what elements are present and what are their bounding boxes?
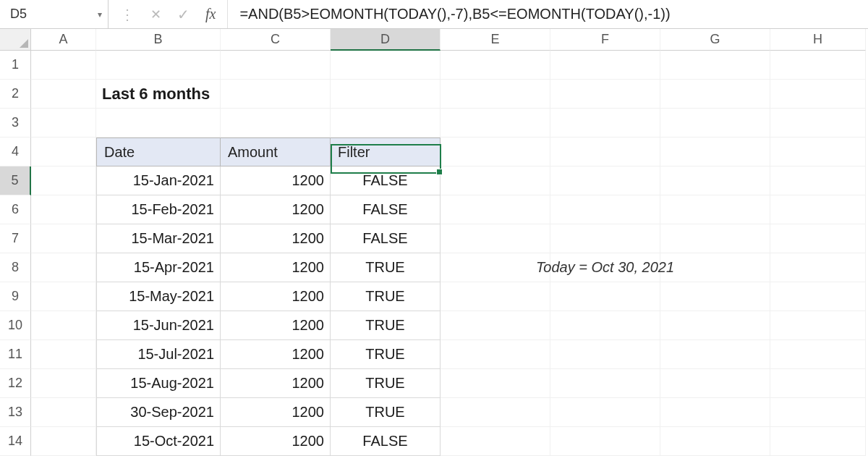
col-header-D[interactable]: D (331, 29, 441, 51)
cell-E4[interactable] (441, 138, 550, 166)
cell-H4[interactable] (770, 138, 866, 166)
cell-H11[interactable] (770, 340, 866, 369)
cell-C9[interactable]: 1200 (221, 282, 331, 311)
row-header-9[interactable]: 9 (0, 282, 31, 311)
cell-G14[interactable] (660, 427, 770, 456)
cell-A3[interactable] (31, 109, 96, 138)
cell-E3[interactable] (441, 109, 550, 138)
name-box[interactable]: D5 ▾ (0, 0, 109, 28)
cell-C10[interactable]: 1200 (221, 311, 331, 340)
cell-A8[interactable] (31, 253, 96, 282)
cell-D14[interactable]: FALSE (331, 427, 441, 456)
cell-C11[interactable]: 1200 (221, 340, 331, 369)
cell-A5[interactable] (31, 166, 96, 195)
cell-F7[interactable] (550, 224, 660, 253)
cell-B7[interactable]: 15-Mar-2021 (96, 224, 221, 253)
fx-icon[interactable]: fx (205, 6, 216, 22)
cell-G13[interactable] (660, 398, 770, 427)
cell-E9[interactable] (441, 282, 550, 311)
cell-B5[interactable]: 15-Jan-2021 (96, 166, 221, 195)
cell-E1[interactable] (441, 51, 550, 80)
cell-F11[interactable] (550, 340, 660, 369)
cell-G3[interactable] (660, 109, 770, 138)
cell-E14[interactable] (441, 427, 550, 456)
row-header-4[interactable]: 4 (0, 138, 31, 166)
cell-A4[interactable] (31, 138, 96, 166)
cell-C13[interactable]: 1200 (221, 398, 331, 427)
cell-G2[interactable] (660, 80, 770, 109)
cell-D13[interactable]: TRUE (331, 398, 441, 427)
cell-H7[interactable] (770, 224, 866, 253)
cell-H14[interactable] (770, 427, 866, 456)
cell-B3[interactable] (96, 109, 221, 138)
cell-H3[interactable] (770, 109, 866, 138)
row-header-10[interactable]: 10 (0, 311, 31, 340)
cell-F3[interactable] (550, 109, 660, 138)
cell-D9[interactable]: TRUE (331, 282, 441, 311)
cell-C8[interactable]: 1200 (221, 253, 331, 282)
col-header-A[interactable]: A (31, 29, 96, 51)
cell-B1[interactable] (96, 51, 221, 80)
cell-D12[interactable]: TRUE (331, 369, 441, 398)
cell-G6[interactable] (660, 195, 770, 224)
cell-D2[interactable] (331, 80, 441, 109)
col-header-E[interactable]: E (441, 29, 550, 51)
cell-H9[interactable] (770, 282, 866, 311)
cell-F5[interactable] (550, 166, 660, 195)
cell-H1[interactable] (770, 51, 866, 80)
cell-H10[interactable] (770, 311, 866, 340)
col-header-H[interactable]: H (770, 29, 866, 51)
cell-D5[interactable]: FALSE (331, 166, 441, 195)
cell-F2[interactable] (550, 80, 660, 109)
cell-B13[interactable]: 30-Sep-2021 (96, 398, 221, 427)
cell-B8[interactable]: 15-Apr-2021 (96, 253, 221, 282)
cell-D8[interactable]: TRUE (331, 253, 441, 282)
row-header-11[interactable]: 11 (0, 340, 31, 369)
cell-H12[interactable] (770, 369, 866, 398)
cell-H8[interactable] (770, 253, 866, 282)
cell-B14[interactable]: 15-Oct-2021 (96, 427, 221, 456)
cell-D3[interactable] (331, 109, 441, 138)
cell-A7[interactable] (31, 224, 96, 253)
cell-A11[interactable] (31, 340, 96, 369)
cell-G11[interactable] (660, 340, 770, 369)
row-header-7[interactable]: 7 (0, 224, 31, 253)
cell-B11[interactable]: 15-Jul-2021 (96, 340, 221, 369)
cell-A9[interactable] (31, 282, 96, 311)
cell-F14[interactable] (550, 427, 660, 456)
title-cell[interactable]: Last 6 months (96, 80, 221, 109)
cell-E12[interactable] (441, 369, 550, 398)
cell-G8[interactable] (660, 253, 770, 282)
cell-H5[interactable] (770, 166, 866, 195)
cell-A12[interactable] (31, 369, 96, 398)
cell-E7[interactable] (441, 224, 550, 253)
cell-E11[interactable] (441, 340, 550, 369)
header-date[interactable]: Date (96, 138, 221, 166)
cell-C12[interactable]: 1200 (221, 369, 331, 398)
formula-input[interactable]: =AND(B5>EOMONTH(TODAY(),-7),B5<=EOMONTH(… (228, 0, 868, 28)
cell-A10[interactable] (31, 311, 96, 340)
col-header-B[interactable]: B (96, 29, 221, 51)
cell-H13[interactable] (770, 398, 866, 427)
col-header-C[interactable]: C (221, 29, 331, 51)
grid-body[interactable]: Last 6 months D (31, 51, 868, 456)
cell-D1[interactable] (331, 51, 441, 80)
row-header-12[interactable]: 12 (0, 369, 31, 398)
cell-A13[interactable] (31, 398, 96, 427)
col-header-G[interactable]: G (660, 29, 770, 51)
cell-C7[interactable]: 1200 (221, 224, 331, 253)
cell-B10[interactable]: 15-Jun-2021 (96, 311, 221, 340)
cell-B12[interactable]: 15-Aug-2021 (96, 369, 221, 398)
cell-D7[interactable]: FALSE (331, 224, 441, 253)
cell-D6[interactable]: FALSE (331, 195, 441, 224)
cell-C1[interactable] (221, 51, 331, 80)
cell-B9[interactable]: 15-May-2021 (96, 282, 221, 311)
cell-A6[interactable] (31, 195, 96, 224)
cell-F6[interactable] (550, 195, 660, 224)
row-header-5[interactable]: 5 (0, 166, 31, 195)
cell-E2[interactable] (441, 80, 550, 109)
row-header-8[interactable]: 8 (0, 253, 31, 282)
row-header-14[interactable]: 14 (0, 427, 31, 456)
cell-E10[interactable] (441, 311, 550, 340)
cell-E8[interactable] (441, 253, 550, 282)
